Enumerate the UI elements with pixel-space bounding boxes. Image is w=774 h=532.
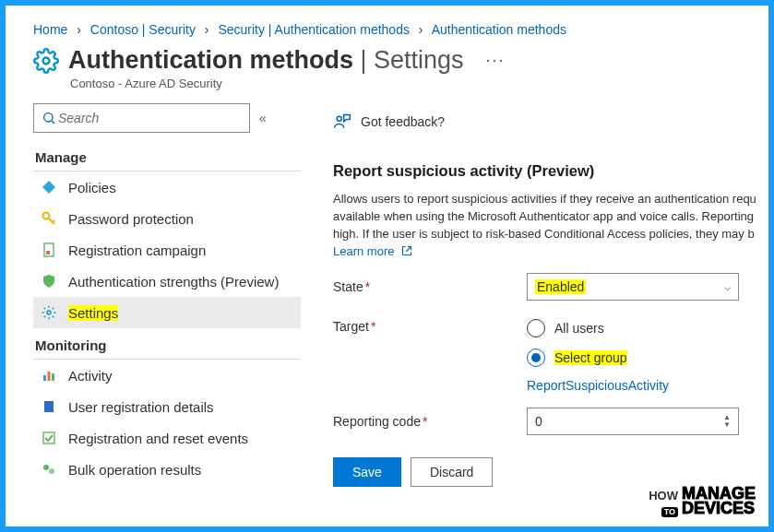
- sidebar-item-label: Registration and reset events: [68, 431, 248, 446]
- sidebar-item-password-protection[interactable]: Password protection: [33, 203, 301, 234]
- svg-rect-12: [52, 373, 54, 381]
- shield-icon: [41, 273, 57, 290]
- target-select-group-radio[interactable]: Select group: [527, 349, 627, 367]
- discard-button[interactable]: Discard: [411, 457, 493, 487]
- main-content: Got feedback? Report suspicious activity…: [301, 103, 757, 487]
- page-title: Authentication methods | Settings: [68, 46, 464, 75]
- svg-point-16: [49, 468, 54, 474]
- reporting-code-label: Reporting code*: [333, 414, 527, 429]
- svg-rect-11: [48, 372, 51, 381]
- sidebar-item-bulk-operation-results[interactable]: Bulk operation results: [33, 454, 301, 485]
- collapse-sidebar-button[interactable]: «: [259, 111, 267, 125]
- feedback-button[interactable]: Got feedback?: [333, 107, 757, 136]
- search-icon: [42, 111, 56, 125]
- sidebar-item-label: Password protection: [68, 211, 194, 227]
- sidebar-section-manage: Manage: [33, 144, 301, 171]
- reporting-code-input[interactable]: 0 ▲▼: [527, 408, 739, 435]
- sidebar-item-registration-reset-events[interactable]: Registration and reset events: [33, 422, 301, 454]
- sidebar-item-activity[interactable]: Activity: [33, 360, 301, 391]
- more-actions-button[interactable]: ···: [486, 51, 506, 70]
- svg-line-6: [53, 220, 54, 222]
- learn-more-link[interactable]: Learn more: [333, 244, 412, 258]
- svg-rect-14: [43, 432, 54, 443]
- sidebar-item-authentication-strengths[interactable]: Authentication strengths (Preview): [33, 266, 301, 297]
- breadcrumb-security-auth-methods[interactable]: Security | Authentication methods: [218, 22, 410, 37]
- breadcrumb-home[interactable]: Home: [33, 22, 67, 37]
- person-feedback-icon: [333, 112, 351, 131]
- sidebar-item-settings[interactable]: Settings: [33, 297, 301, 328]
- page-subtitle: Contoso - Azure AD Security: [70, 77, 757, 90]
- sidebar-item-label: Policies: [68, 180, 116, 195]
- selected-group-link[interactable]: ReportSuspiciousActivity: [527, 378, 757, 393]
- sidebar-item-policies[interactable]: Policies: [33, 171, 301, 203]
- svg-rect-13: [44, 401, 54, 412]
- svg-marker-3: [42, 181, 55, 194]
- svg-point-17: [337, 116, 341, 121]
- sidebar-item-label: Registration campaign: [68, 242, 206, 258]
- watermark: HOW TO MANAGE DEVICES: [649, 486, 756, 515]
- target-all-users-radio[interactable]: All users: [527, 319, 627, 337]
- state-dropdown[interactable]: Enabled ⌵: [527, 273, 739, 301]
- radio-label: Select group: [554, 350, 627, 365]
- gear-icon: [33, 48, 59, 74]
- sidebar: « Manage Policies Password protection: [33, 103, 301, 487]
- state-label: State*: [333, 279, 527, 294]
- sidebar-item-label: User registration details: [68, 399, 214, 415]
- number-spinner[interactable]: ▲▼: [723, 414, 731, 429]
- svg-rect-10: [43, 375, 46, 381]
- radio-selected-icon: [527, 349, 545, 367]
- book-icon: [41, 398, 57, 415]
- chevron-right-icon: ›: [205, 22, 209, 37]
- sidebar-item-label: Activity: [68, 368, 113, 384]
- sidebar-item-label: Authentication strengths (Preview): [68, 274, 279, 290]
- state-value: Enabled: [535, 279, 586, 294]
- sidebar-section-monitoring: Monitoring: [33, 332, 301, 360]
- radio-label: All users: [554, 321, 604, 336]
- svg-rect-8: [46, 251, 50, 254]
- bulk-icon: [41, 461, 57, 478]
- breadcrumb: Home › Contoso | Security › Security | A…: [33, 22, 757, 37]
- save-button[interactable]: Save: [333, 457, 401, 487]
- chevron-down-icon: ⌵: [724, 280, 731, 293]
- key-icon: [41, 210, 57, 227]
- svg-point-0: [43, 57, 50, 64]
- reporting-code-value: 0: [535, 414, 542, 429]
- radio-icon: [527, 319, 545, 337]
- section-title: Report suspicious activity (Preview): [333, 162, 757, 180]
- svg-point-4: [43, 213, 50, 219]
- sidebar-item-user-registration-details[interactable]: User registration details: [33, 391, 301, 422]
- search-input[interactable]: [33, 103, 250, 133]
- gear-icon: [41, 304, 57, 321]
- chevron-right-icon: ›: [77, 22, 81, 37]
- section-description: Allows users to report suspicious activi…: [333, 191, 757, 260]
- bar-chart-icon: [41, 367, 57, 384]
- svg-point-1: [44, 113, 53, 122]
- svg-point-9: [47, 311, 51, 314]
- target-label: Target*: [333, 319, 527, 334]
- breadcrumb-contoso-security[interactable]: Contoso | Security: [90, 22, 196, 37]
- sidebar-item-label: Settings: [68, 305, 118, 321]
- sidebar-item-registration-campaign[interactable]: Registration campaign: [33, 234, 301, 266]
- external-link-icon: [401, 245, 412, 256]
- breadcrumb-auth-methods[interactable]: Authentication methods: [432, 22, 566, 37]
- checklist-icon: [41, 430, 57, 446]
- feedback-label: Got feedback?: [361, 114, 445, 129]
- document-icon: [41, 242, 57, 258]
- svg-point-15: [43, 465, 49, 470]
- sidebar-item-label: Bulk operation results: [68, 462, 201, 478]
- diamond-icon: [41, 179, 57, 195]
- svg-line-2: [52, 121, 54, 124]
- chevron-right-icon: ›: [419, 22, 423, 37]
